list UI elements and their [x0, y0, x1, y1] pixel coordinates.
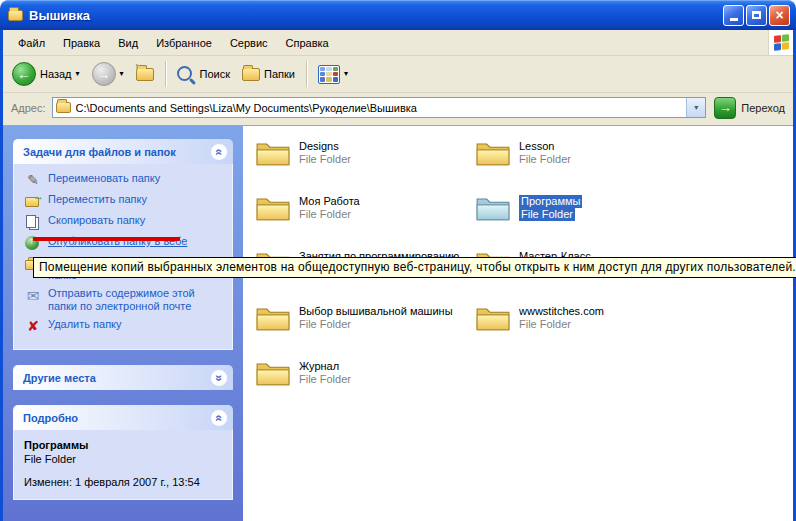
red-annotation-underline — [33, 237, 180, 241]
task-item[interactable]: Отправить содержимое этой папки по элект… — [24, 287, 226, 313]
folder-type: File Folder — [299, 208, 351, 221]
folder-name: Программы — [519, 195, 582, 208]
other-places-expand-button[interactable]: » — [210, 369, 228, 387]
task-label: Скопировать папку — [48, 214, 145, 227]
folder-icon — [255, 357, 291, 387]
folder-name: Моя Работа — [299, 195, 360, 208]
delete-icon — [24, 318, 42, 334]
other-places-header[interactable]: Другие места » — [13, 365, 233, 390]
email-icon — [24, 287, 42, 303]
menu-item[interactable]: Правка — [54, 33, 109, 53]
folder-type: File Folder — [519, 208, 575, 221]
folder-type: File Folder — [299, 373, 351, 386]
folder-type: File Folder — [299, 318, 351, 331]
title-bar[interactable]: Вышивка × — [0, 0, 796, 30]
task-item[interactable]: Переместить папку — [24, 193, 226, 209]
other-places-title: Другие места — [23, 372, 96, 384]
menu-item[interactable]: Сервис — [221, 33, 277, 53]
folder-item[interactable]: wwwstitches.com File Folder — [475, 302, 695, 357]
task-label: Удалить папку — [48, 318, 122, 331]
folder-name: Выбор вышивальной машины — [299, 305, 453, 318]
menu-item[interactable]: Избранное — [147, 33, 221, 53]
search-label: Поиск — [200, 68, 230, 80]
address-field[interactable]: C:\Documents and Settings\Liza\My Docume… — [52, 97, 707, 118]
minimize-icon — [730, 18, 738, 21]
folder-icon — [475, 137, 511, 167]
folder-labels: wwwstitches.com File Folder — [519, 302, 604, 331]
address-dropdown-button[interactable]: ▾ — [686, 98, 705, 117]
forward-icon: → — [92, 62, 116, 86]
folder-item[interactable]: Lesson File Folder — [475, 137, 695, 192]
chevron-up-icon: « — [213, 148, 225, 155]
menu-bar: Файл Правка Вид Избранное Сервис Справка — [3, 30, 793, 56]
back-dropdown-caret-icon[interactable]: ▾ — [76, 70, 80, 78]
folders-label: Папки — [264, 68, 295, 80]
task-item[interactable]: Удалить папку — [24, 318, 226, 334]
details-panel-header[interactable]: Подробно « — [13, 405, 233, 430]
views-dropdown-caret-icon[interactable]: ▾ — [344, 70, 348, 78]
back-label: Назад — [40, 68, 72, 80]
views-button[interactable]: ▾ — [313, 62, 353, 87]
main-area: Задачи для файлов и папок « Переименоват… — [3, 126, 793, 521]
task-item[interactable]: Скопировать папку — [24, 214, 226, 230]
folder-item[interactable]: Журнал File Folder — [255, 357, 475, 412]
toolbar-separator — [165, 61, 166, 87]
tasks-panel-header[interactable]: Задачи для файлов и папок « — [13, 139, 233, 164]
forward-button[interactable]: → ▾ — [87, 59, 129, 89]
windows-logo — [768, 30, 793, 55]
rename-icon — [24, 172, 42, 188]
details-folder-name: Программы — [24, 438, 226, 452]
close-icon: × — [775, 8, 783, 22]
folder-type: File Folder — [519, 318, 571, 331]
maximize-icon — [752, 11, 761, 19]
back-icon: ← — [12, 62, 36, 86]
maximize-button[interactable] — [746, 5, 767, 26]
menu-item[interactable]: Справка — [277, 33, 338, 53]
folder-icon — [475, 192, 511, 222]
folder-item[interactable]: Designs File Folder — [255, 137, 475, 192]
tasks-panel: Задачи для файлов и папок « Переименоват… — [13, 139, 233, 350]
details-modified: Изменен: 1 февраля 2007 г., 13:54 — [24, 475, 226, 489]
details-collapse-button[interactable]: « — [210, 409, 228, 427]
sidebar: Задачи для файлов и папок « Переименоват… — [3, 126, 243, 521]
address-path[interactable]: C:\Documents and Settings\Liza\My Docume… — [76, 102, 682, 114]
details-folder-type: File Folder — [24, 452, 226, 466]
folder-labels: Журнал File Folder — [299, 357, 351, 386]
minimize-button[interactable] — [723, 5, 744, 26]
window-controls: × — [723, 5, 790, 26]
window-title: Вышивка — [29, 8, 717, 23]
folder-type: File Folder — [299, 153, 351, 166]
menu-item[interactable]: Файл — [9, 33, 54, 53]
folders-icon — [242, 68, 260, 81]
folder-item[interactable]: Моя Работа File Folder — [255, 192, 475, 247]
go-arrow-icon: → — [714, 97, 736, 119]
window-folder-icon — [8, 10, 23, 21]
folder-icon — [255, 192, 291, 222]
folder-item[interactable]: Выбор вышивальной машины File Folder — [255, 302, 475, 357]
back-button[interactable]: ← Назад ▾ — [7, 59, 85, 89]
go-label: Переход — [741, 102, 785, 114]
task-label: Отправить содержимое этой папки по элект… — [48, 287, 226, 313]
address-label: Адрес: — [11, 102, 46, 114]
folder-item[interactable]: Программы File Folder — [475, 192, 695, 247]
details-panel-title: Подробно — [23, 412, 78, 424]
chevron-up-icon: « — [213, 414, 225, 421]
folder-labels: Designs File Folder — [299, 137, 351, 166]
folders-button[interactable]: Папки — [237, 65, 300, 84]
tasks-collapse-button[interactable]: « — [210, 143, 228, 161]
folder-labels: Программы File Folder — [519, 192, 582, 221]
go-button[interactable]: → Переход — [712, 97, 787, 119]
search-button[interactable]: Поиск — [172, 63, 235, 86]
folder-type: File Folder — [519, 153, 571, 166]
folder-name: wwwstitches.com — [519, 305, 604, 318]
address-folder-icon — [56, 102, 71, 113]
address-bar: Адрес: C:\Documents and Settings\Liza\My… — [3, 93, 793, 126]
copy-icon — [24, 214, 42, 230]
close-button[interactable]: × — [769, 5, 790, 26]
forward-dropdown-caret-icon[interactable]: ▾ — [120, 70, 124, 78]
menu-item[interactable]: Вид — [109, 33, 147, 53]
folder-name: Designs — [299, 140, 339, 153]
task-label: Переместить папку — [48, 193, 147, 206]
up-button[interactable]: ↑ — [131, 65, 159, 84]
task-item[interactable]: Переименовать папку — [24, 172, 226, 188]
